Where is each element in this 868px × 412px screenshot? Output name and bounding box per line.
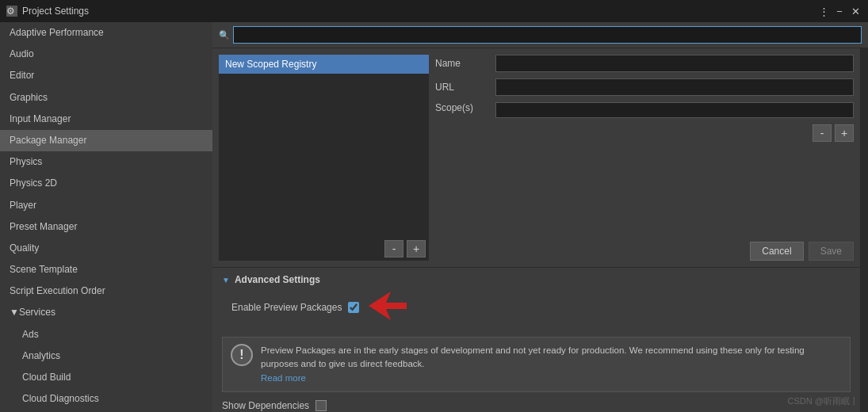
cancel-button[interactable]: Cancel — [750, 242, 803, 261]
close-button[interactable]: ✕ — [849, 5, 862, 17]
warning-box: ! Preview Packages are in the early stag… — [222, 337, 851, 392]
read-more-link[interactable]: Read more — [261, 373, 306, 383]
window-title: Project Settings — [22, 6, 817, 17]
sidebar-item-editor[interactable]: Editor — [0, 65, 212, 86]
minimize-button[interactable]: − — [833, 5, 846, 17]
advanced-settings-title: Advanced Settings — [235, 274, 320, 285]
window-icon: ⚙ — [6, 6, 17, 17]
remove-scope-button[interactable]: - — [813, 124, 832, 142]
remove-registry-button[interactable]: - — [384, 240, 403, 258]
warning-icon: ! — [231, 344, 253, 366]
advanced-title-row: ▼ Advanced Settings — [222, 274, 851, 285]
right-panel: New Scoped Registry - + Name — [212, 48, 868, 412]
advanced-settings-section: ▼ Advanced Settings Enable Preview Packa… — [212, 267, 860, 337]
menu-button[interactable]: ⋮ — [817, 5, 830, 17]
registry-list-item[interactable]: New Scoped Registry — [219, 55, 429, 74]
registry-list-footer: - + — [219, 237, 429, 261]
sidebar-item-preset-manager[interactable]: Preset Manager — [0, 216, 212, 238]
sidebar-item-player[interactable]: Player — [0, 195, 212, 216]
registry-form: Name URL Scope(s) — [435, 55, 854, 261]
sidebar-item-quality[interactable]: Quality — [0, 238, 212, 259]
title-bar: ⚙ Project Settings ⋮ − ✕ — [0, 0, 868, 22]
content-area: 🔍 New Scoped Registry - + — [212, 22, 868, 412]
url-label: URL — [435, 82, 489, 93]
sidebar-item-adaptive-performance[interactable]: Adaptive Performance — [0, 22, 212, 44]
enable-preview-row: Enable Preview Packages — [222, 292, 851, 322]
sidebar-item-cloud-build[interactable]: Cloud Build — [0, 367, 212, 388]
sidebar: Adaptive PerformanceAudioEditorGraphicsI… — [0, 22, 212, 412]
name-label: Name — [435, 58, 489, 69]
enable-preview-checkbox[interactable] — [348, 302, 359, 313]
save-button[interactable]: Save — [809, 242, 854, 261]
sidebar-item-audio[interactable]: Audio — [0, 44, 212, 65]
enable-preview-label: Enable Preview Packages — [231, 302, 342, 313]
registry-form-footer: Cancel Save — [435, 235, 854, 261]
sidebar-item-script-execution-order[interactable]: Script Execution Order — [0, 280, 212, 302]
window-controls: ⋮ − ✕ — [817, 5, 862, 17]
url-row: URL — [435, 78, 854, 96]
warning-text: Preview Packages are in the early stages… — [261, 344, 842, 385]
sidebar-item-analytics[interactable]: Analytics — [0, 345, 212, 367]
scope-input[interactable] — [495, 102, 854, 118]
sidebar-item-physics[interactable]: Physics — [0, 151, 212, 173]
section-arrow-icon: ▼ — [10, 307, 19, 318]
svg-marker-0 — [369, 292, 407, 320]
registry-section: New Scoped Registry - + Name — [212, 48, 860, 267]
sidebar-item-cloud-diagnostics[interactable]: Cloud Diagnostics — [0, 388, 212, 410]
scope-buttons: - + — [495, 124, 854, 142]
registry-list: New Scoped Registry - + — [219, 55, 429, 261]
panel-content: New Scoped Registry - + Name — [212, 48, 860, 412]
name-row: Name — [435, 55, 854, 72]
sidebar-item-ads[interactable]: Ads — [0, 324, 212, 345]
search-input[interactable] — [233, 26, 862, 44]
sidebar-item-package-manager[interactable]: Package Manager — [0, 130, 212, 151]
add-registry-button[interactable]: + — [407, 240, 426, 258]
search-icon: 🔍 — [219, 30, 230, 40]
show-deps-checkbox[interactable] — [315, 400, 327, 411]
right-scrollbar[interactable] — [860, 48, 868, 412]
add-scope-button[interactable]: + — [835, 124, 854, 142]
show-deps-label: Show Dependencies — [222, 400, 309, 411]
show-dependencies-row: Show Dependencies — [212, 400, 860, 411]
name-input[interactable] — [495, 55, 854, 72]
sidebar-item-scene-template[interactable]: Scene Template — [0, 259, 212, 280]
sidebar-item-physics-2d[interactable]: Physics 2D — [0, 173, 212, 194]
red-arrow-indicator — [369, 292, 407, 322]
section-collapse-icon[interactable]: ▼ — [222, 276, 230, 284]
watermark: CSDN @听雨眠丨 — [788, 395, 858, 407]
sidebar-item-services[interactable]: ▼Services — [0, 302, 212, 323]
url-input[interactable] — [495, 78, 854, 96]
sidebar-item-input-manager[interactable]: Input Manager — [0, 109, 212, 130]
search-bar: 🔍 — [212, 22, 868, 48]
scope-row: Scope(s) - + — [435, 102, 854, 142]
sidebar-item-graphics[interactable]: Graphics — [0, 87, 212, 109]
scope-label: Scope(s) — [435, 102, 489, 113]
main-container: Adaptive PerformanceAudioEditorGraphicsI… — [0, 22, 868, 412]
